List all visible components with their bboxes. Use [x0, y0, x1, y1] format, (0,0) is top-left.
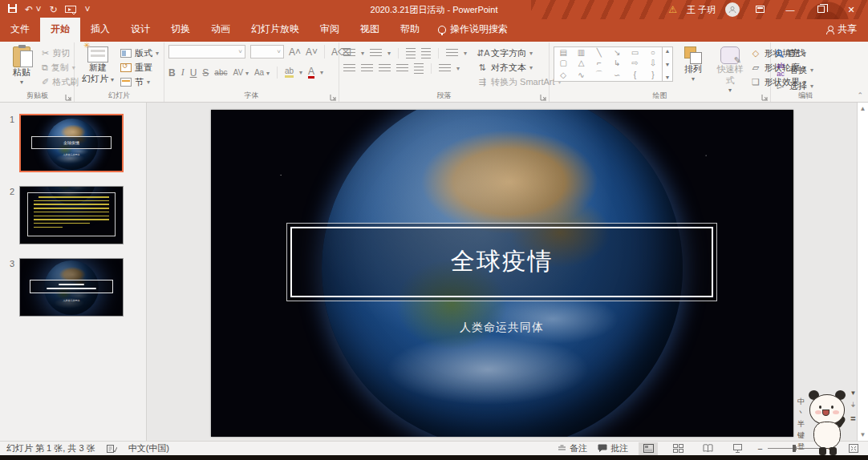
shape-icon[interactable]: ▤ — [558, 48, 568, 57]
shape-icon[interactable]: ↘ — [612, 48, 622, 57]
tab-slideshow[interactable]: 幻灯片放映 — [241, 18, 310, 42]
avatar[interactable] — [725, 2, 740, 17]
shape-icon[interactable]: ⇨ — [630, 59, 639, 67]
ime-menu-column[interactable]: ▼ ⏚ 〓 — [848, 386, 858, 455]
shape-icon[interactable]: ◇ — [558, 71, 568, 79]
scroll-down-icon[interactable]: ▼ — [860, 431, 866, 438]
collapse-ribbon-icon[interactable]: ⌃ — [857, 91, 863, 99]
tab-view[interactable]: 视图 — [350, 18, 390, 42]
strikethrough-button[interactable]: S — [202, 67, 209, 79]
shape-icon[interactable]: ▭ — [630, 48, 639, 57]
text-direction-button[interactable]: ⇵A文字方向▾ — [477, 47, 561, 59]
arrange-button[interactable]: 排列▾ — [676, 45, 710, 85]
shape-gallery-scrollbar[interactable]: ▲▼▼ — [663, 46, 673, 82]
share-button[interactable]: 共享 — [815, 18, 868, 42]
cut-button[interactable]: ✂剪切 — [42, 47, 79, 59]
shrink-font-icon[interactable]: A˅ — [306, 46, 318, 58]
columns-icon[interactable] — [439, 63, 451, 74]
distribute-icon[interactable] — [414, 63, 424, 74]
bold-button[interactable]: B — [168, 67, 176, 79]
align-right-icon[interactable] — [379, 63, 391, 74]
change-case-button[interactable]: Aa ▾ — [254, 68, 270, 77]
slideshow-view-button[interactable] — [728, 442, 747, 455]
drawing-dialog-launcher-icon[interactable] — [761, 94, 769, 101]
ribbon-display-options-icon[interactable] — [749, 5, 770, 14]
strikethrough-abc-button[interactable]: abc — [214, 68, 227, 77]
ime-status-char[interactable]: 半 — [797, 419, 805, 430]
shape-gallery[interactable]: ▤▥╲↘▭○▢△⌐↳⇨⇩◇∿⌒∽{} — [554, 46, 663, 82]
slide-title-box[interactable]: 全球疫情 — [286, 223, 717, 301]
slide-thumbnail-1[interactable]: 全球疫情 人类命运共同体 — [19, 114, 124, 172]
shape-icon[interactable]: ▢ — [558, 59, 568, 67]
ime-status-char[interactable]: 键 — [797, 430, 805, 441]
tell-me-search[interactable]: 操作说明搜索 — [430, 18, 516, 42]
paragraph-dialog-launcher-icon[interactable] — [540, 94, 547, 101]
shape-icon[interactable]: △ — [576, 59, 586, 67]
character-spacing-button[interactable]: AV ▾ — [233, 68, 248, 77]
bullets-icon[interactable] — [343, 48, 355, 59]
format-painter-button[interactable]: ✐格式刷 — [42, 76, 79, 88]
notes-button[interactable]: 备注 — [558, 442, 587, 454]
tab-design[interactable]: 设计 — [120, 18, 160, 42]
ime-status-char[interactable]: 登 — [797, 442, 805, 452]
convert-smartart-button[interactable]: ⇶转换为 SmartArt▾ — [477, 76, 561, 88]
close-button[interactable]: ✕ — [841, 5, 862, 15]
decrease-indent-icon[interactable] — [406, 48, 416, 59]
slide-sorter-view-button[interactable] — [668, 442, 688, 455]
zoom-out-button[interactable]: − — [757, 444, 762, 454]
font-dialog-launcher-icon[interactable] — [330, 94, 337, 101]
ime-status-char[interactable]: 中 — [797, 397, 805, 407]
shape-icon[interactable]: ⇩ — [648, 59, 658, 67]
align-left-icon[interactable] — [343, 63, 355, 74]
underline-button[interactable]: U — [190, 67, 197, 79]
slide-thumbnail-3[interactable]: 人类命运共同体 — [19, 258, 124, 317]
reset-button[interactable]: 重置 — [120, 62, 159, 74]
tab-help[interactable]: 帮助 — [390, 18, 430, 42]
slide-thumbnail-2[interactable] — [19, 186, 124, 244]
highlight-color-button[interactable]: ab — [285, 67, 294, 78]
font-size-combo[interactable]: ˅ — [250, 45, 284, 59]
scroll-up-icon[interactable]: ▲ — [860, 105, 866, 112]
restore-button[interactable] — [810, 5, 831, 14]
tab-home[interactable]: 开始 — [40, 18, 80, 42]
line-spacing-icon[interactable] — [446, 48, 458, 59]
replace-button[interactable]: abac替换▾ — [775, 62, 813, 78]
tab-insert[interactable]: 插入 — [80, 18, 120, 42]
new-slide-button[interactable]: 新建 幻灯片 ▾ — [79, 45, 117, 87]
shape-icon[interactable]: ↳ — [612, 59, 622, 67]
align-text-button[interactable]: ⇅对齐文本▾ — [477, 62, 561, 74]
clipboard-dialog-launcher-icon[interactable] — [65, 94, 72, 101]
reading-view-button[interactable] — [698, 442, 717, 455]
ime-toolbar[interactable]: 中丶半键登 ▼ ⏚ 〓 — [796, 386, 858, 455]
font-name-combo[interactable]: ˅ — [168, 45, 245, 59]
increase-indent-icon[interactable] — [421, 48, 431, 59]
shape-icon[interactable]: ▥ — [576, 48, 586, 57]
section-button[interactable]: 节▾ — [120, 76, 159, 88]
ime-status-column[interactable]: 中丶半键登 — [796, 386, 806, 455]
current-slide-canvas[interactable]: 全球疫情 人类命运共同体 — [211, 110, 793, 437]
comments-button[interactable]: 批注 — [598, 442, 628, 454]
minimize-button[interactable]: — — [780, 5, 801, 14]
layout-button[interactable]: 版式▾ — [120, 47, 159, 59]
shape-icon[interactable]: ∿ — [576, 71, 586, 79]
shape-icon[interactable]: } — [648, 71, 658, 79]
justify-icon[interactable] — [396, 63, 408, 74]
spellcheck-icon[interactable] — [107, 444, 117, 454]
paste-button[interactable]: 粘贴▾ — [5, 45, 39, 88]
ime-status-char[interactable]: 丶 — [797, 408, 805, 418]
language-indicator[interactable]: 中文(中国) — [128, 442, 169, 454]
shape-icon[interactable]: ∽ — [612, 71, 622, 79]
tab-transitions[interactable]: 切换 — [160, 18, 201, 42]
font-color-button[interactable]: A — [308, 67, 314, 79]
grow-font-icon[interactable]: A˄ — [289, 46, 301, 58]
tab-file[interactable]: 文件 — [0, 18, 40, 42]
shape-icon[interactable]: ⌒ — [594, 69, 604, 80]
tab-review[interactable]: 审阅 — [310, 18, 350, 42]
shape-icon[interactable]: ○ — [648, 48, 658, 57]
warning-icon[interactable]: ⚠ — [668, 4, 677, 15]
tab-animations[interactable]: 动画 — [201, 18, 241, 42]
align-center-icon[interactable] — [361, 63, 373, 74]
normal-view-button[interactable] — [639, 442, 658, 455]
user-name[interactable]: 王 子玥 — [687, 4, 716, 16]
shape-icon[interactable]: { — [630, 71, 639, 79]
